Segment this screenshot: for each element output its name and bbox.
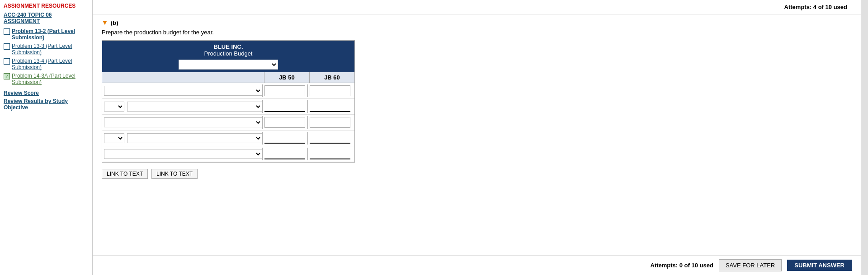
link-to-text-btn-1[interactable]: LINK TO TEXT bbox=[102, 169, 148, 179]
row2-jb50-input[interactable] bbox=[264, 101, 305, 112]
assignment-heading[interactable]: ACC-240 TOPIC 06 ASSIGNMENT bbox=[4, 12, 89, 24]
row2-sign-select[interactable]: Add:Less: bbox=[104, 102, 124, 112]
section-b: ▼ (b) Prepare the production budget for … bbox=[93, 14, 861, 255]
table-title: Production Budget bbox=[106, 50, 351, 57]
row4-sign-select[interactable]: Add:Less: bbox=[104, 133, 124, 143]
review-link-1[interactable]: Review Results by Study Objective bbox=[4, 98, 89, 111]
link-to-text-btn-2[interactable]: LINK TO TEXT bbox=[151, 169, 198, 179]
sidebar-link-2[interactable]: Problem 13-4 (Part Level Submission) bbox=[12, 58, 89, 70]
save-for-later-button[interactable]: SAVE FOR LATER bbox=[719, 259, 782, 271]
table-row: Add:Less: Units to be producedDesired en… bbox=[102, 99, 354, 115]
table-row: Units to be producedTotal required units… bbox=[102, 146, 354, 162]
row1-jb60-input[interactable] bbox=[310, 85, 350, 96]
company-name: BLUE INC. bbox=[106, 43, 351, 50]
col-jb50-header: JB 50 bbox=[264, 72, 309, 83]
bottom-bar: Attempts: 0 of 10 used SAVE FOR LATER SU… bbox=[93, 255, 861, 275]
row4-jb50-input[interactable] bbox=[264, 133, 305, 144]
row3-jb60-input[interactable] bbox=[310, 117, 350, 128]
section-header: ▼ (b) bbox=[102, 19, 852, 26]
sidebar-checkbox-2 bbox=[4, 58, 10, 65]
table-row: Add:Less: Units to be producedDesired en… bbox=[102, 131, 354, 146]
row1-jb50-input[interactable] bbox=[264, 85, 305, 96]
submit-answer-button[interactable]: SUBMIT ANSWER bbox=[787, 260, 852, 271]
sidebar-items: Problem 13-2 (Part Level Submission)Prob… bbox=[4, 28, 89, 85]
sidebar: ASSIGNMENT RESOURCES ACC-240 TOPIC 06 AS… bbox=[0, 0, 93, 275]
top-attempts-label: Attempts: 4 of 10 used bbox=[93, 0, 861, 14]
sidebar-item-3[interactable]: ✓Problem 14-3A (Part Level Submission) bbox=[4, 73, 89, 85]
row3-label-select[interactable]: Units to be producedDesired ending finis… bbox=[104, 117, 262, 127]
row2-jb60-input[interactable] bbox=[310, 101, 350, 112]
bottom-attempts-label: Attempts: 0 of 10 used bbox=[651, 262, 713, 269]
row2-label-select[interactable]: Units to be producedDesired ending finis… bbox=[127, 102, 262, 112]
table-rows: Units to be producedDesired ending finis… bbox=[102, 83, 354, 162]
table-row: Units to be producedDesired ending finis… bbox=[102, 115, 354, 131]
sidebar-link-0[interactable]: Problem 13-2 (Part Level Submission) bbox=[12, 28, 89, 41]
sidebar-checkbox-3: ✓ bbox=[4, 73, 10, 79]
section-instruction: Prepare the production budget for the ye… bbox=[102, 29, 852, 36]
row1-label-select[interactable]: Units to be producedDesired ending finis… bbox=[104, 86, 262, 96]
section-label: (b) bbox=[111, 19, 118, 26]
sidebar-title: ASSIGNMENT RESOURCES bbox=[4, 3, 89, 9]
row5-jb50-input[interactable] bbox=[264, 149, 305, 159]
main-content: Attempts: 4 of 10 used ▼ (b) Prepare the… bbox=[93, 0, 861, 275]
table-header: BLUE INC. Production Budget For the Year… bbox=[102, 41, 354, 72]
sidebar-link-3[interactable]: Problem 14-3A (Part Level Submission) bbox=[12, 73, 89, 85]
sidebar-checkbox-1 bbox=[4, 43, 10, 50]
row5-jb60-input[interactable] bbox=[310, 149, 350, 159]
sidebar-item-2[interactable]: Problem 13-4 (Part Level Submission) bbox=[4, 58, 89, 70]
sidebar-checkbox-0 bbox=[4, 28, 10, 35]
row3-jb50-input[interactable] bbox=[264, 117, 305, 128]
column-headers: JB 50 JB 60 bbox=[102, 72, 354, 83]
link-buttons: LINK TO TEXT LINK TO TEXT bbox=[102, 169, 852, 179]
row4-jb60-input[interactable] bbox=[310, 133, 350, 144]
sidebar-link-1[interactable]: Problem 13-3 (Part Level Submission) bbox=[12, 43, 89, 56]
header-period-select[interactable]: For the Year Ending December 31 For the … bbox=[179, 60, 278, 70]
col-jb60-header: JB 60 bbox=[309, 72, 354, 83]
sidebar-item-1[interactable]: Problem 13-3 (Part Level Submission) bbox=[4, 43, 89, 56]
review-links: Review ScoreReview Results by Study Obje… bbox=[4, 90, 89, 111]
row4-label-select[interactable]: Units to be producedDesired ending finis… bbox=[127, 133, 262, 143]
scrollbar[interactable] bbox=[861, 0, 868, 275]
triangle-icon: ▼ bbox=[102, 19, 108, 26]
sidebar-item-0[interactable]: Problem 13-2 (Part Level Submission) bbox=[4, 28, 89, 41]
table-row: Units to be producedDesired ending finis… bbox=[102, 83, 354, 99]
review-link-0[interactable]: Review Score bbox=[4, 90, 89, 96]
budget-table: BLUE INC. Production Budget For the Year… bbox=[102, 40, 355, 163]
row5-label-select[interactable]: Units to be producedTotal required units… bbox=[104, 149, 262, 159]
